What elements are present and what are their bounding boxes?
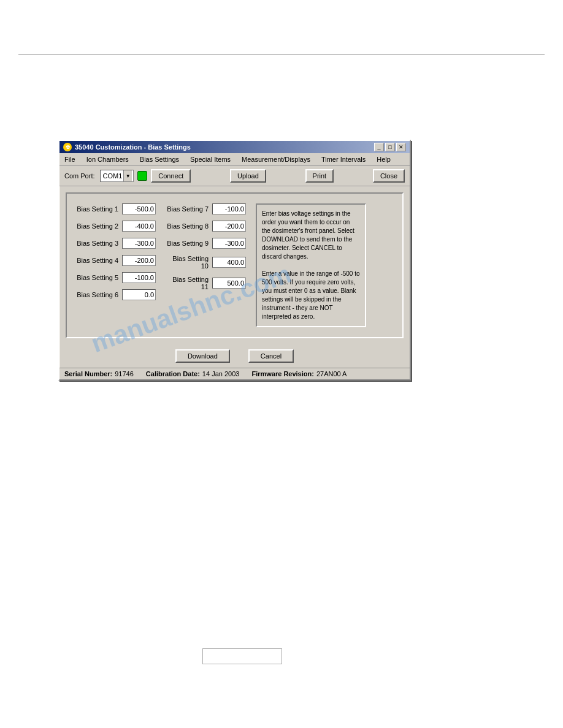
com-port-label: Com Port: (64, 172, 95, 180)
bias-label-11: Bias Setting 11 (166, 276, 209, 290)
bias-row-4: Bias Setting 4 (75, 255, 156, 266)
window-title: 35040 Customization - Bias Settings (75, 143, 191, 151)
bias-input-5[interactable] (122, 272, 156, 283)
bias-input-11[interactable] (212, 278, 246, 289)
bias-row-10: Bias Setting 10 (166, 255, 246, 270)
bias-row-8: Bias Setting 8 (166, 221, 246, 232)
bias-input-9[interactable] (212, 238, 246, 249)
menu-bar: File Ion Chambers Bias Settings Special … (59, 153, 410, 166)
bias-label-7: Bias Setting 7 (166, 205, 209, 213)
combo-arrow-icon[interactable]: ▼ (123, 170, 132, 181)
status-calibration: Calibration Date: 14 Jan 2003 (146, 370, 240, 377)
serial-label: Serial Number: (64, 370, 112, 377)
bias-col-right: Bias Setting 7 Bias Setting 8 Bias Setti… (166, 203, 246, 327)
bias-row-5: Bias Setting 5 (75, 272, 156, 283)
bias-col-left: Bias Setting 1 Bias Setting 2 Bias Setti… (75, 203, 156, 327)
minimize-button[interactable]: _ (374, 143, 384, 151)
bias-label-4: Bias Setting 4 (75, 257, 118, 264)
bias-row-2: Bias Setting 2 (75, 221, 156, 232)
bias-label-5: Bias Setting 5 (75, 274, 118, 281)
print-button[interactable]: Print (305, 169, 334, 183)
bias-row-9: Bias Setting 9 (166, 238, 246, 249)
upload-button[interactable]: Upload (230, 169, 266, 183)
connection-led (137, 171, 147, 181)
action-bar: Download Cancel (59, 344, 410, 368)
bias-input-3[interactable] (122, 238, 156, 249)
bias-row-3: Bias Setting 3 (75, 238, 156, 249)
top-rule (18, 54, 545, 55)
cancel-button[interactable]: Cancel (248, 349, 294, 363)
bias-label-1: Bias Setting 1 (75, 205, 118, 213)
bias-label-3: Bias Setting 3 (75, 240, 118, 247)
app-icon: ☢ (63, 143, 72, 151)
bias-label-10: Bias Setting 10 (166, 255, 209, 270)
menu-help[interactable]: Help (374, 154, 393, 164)
status-firmware: Firmware Revision: 27AN00 A (251, 370, 347, 377)
menu-timer-intervals[interactable]: Timer Intervals (319, 154, 368, 164)
bias-row-7: Bias Setting 7 (166, 203, 246, 214)
status-bar: Serial Number: 91746 Calibration Date: 1… (59, 368, 410, 379)
menu-ion-chambers[interactable]: Ion Chambers (84, 154, 131, 164)
calibration-label: Calibration Date: (146, 370, 200, 377)
title-bar-left: ☢ 35040 Customization - Bias Settings (63, 143, 191, 151)
maximize-button[interactable]: □ (385, 143, 395, 151)
info-text-2: Enter a value in the range of -500 to 50… (262, 270, 360, 321)
firmware-value: 27AN00 A (316, 370, 347, 377)
info-panel: Enter bias voltage settings in the order… (256, 203, 366, 327)
close-window-button[interactable]: ✕ (396, 143, 406, 151)
bias-row-6: Bias Setting 6 (75, 289, 156, 300)
toolbar: Com Port: COM1 ▼ Connect Upload Print Cl… (59, 166, 410, 186)
bias-label-2: Bias Setting 2 (75, 222, 118, 230)
connect-button[interactable]: Connect (151, 169, 191, 183)
close-button[interactable]: Close (373, 169, 405, 183)
status-serial: Serial Number: 91746 (64, 370, 134, 377)
bias-input-8[interactable] (212, 221, 246, 232)
info-text: Enter bias voltage settings in the order… (262, 210, 360, 261)
content-area: Bias Setting 1 Bias Setting 2 Bias Setti… (59, 186, 410, 344)
page-container: ☢ 35040 Customization - Bias Settings _ … (0, 0, 563, 728)
bias-label-6: Bias Setting 6 (75, 291, 118, 298)
serial-value: 91746 (115, 370, 134, 377)
download-button[interactable]: Download (175, 349, 230, 363)
calibration-value: 14 Jan 2003 (202, 370, 240, 377)
bias-input-7[interactable] (212, 203, 246, 214)
bias-input-1[interactable] (122, 203, 156, 214)
app-window: ☢ 35040 Customization - Bias Settings _ … (58, 140, 411, 381)
com-port-value: COM1 (102, 172, 124, 180)
bias-label-9: Bias Setting 9 (166, 240, 209, 247)
bias-input-10[interactable] (212, 257, 246, 268)
menu-measurement-displays[interactable]: Measurement/Displays (239, 154, 313, 164)
firmware-label: Firmware Revision: (251, 370, 313, 377)
bias-input-6[interactable] (122, 289, 156, 300)
bias-row-11: Bias Setting 11 (166, 276, 246, 290)
settings-panel: Bias Setting 1 Bias Setting 2 Bias Setti… (66, 192, 404, 338)
com-port-combo[interactable]: COM1 ▼ (100, 170, 134, 182)
title-bar: ☢ 35040 Customization - Bias Settings _ … (59, 141, 410, 153)
menu-bias-settings[interactable]: Bias Settings (137, 154, 182, 164)
menu-file[interactable]: File (62, 154, 78, 164)
settings-inner: Bias Setting 1 Bias Setting 2 Bias Setti… (73, 200, 396, 331)
menu-special-items[interactable]: Special Items (188, 154, 233, 164)
bias-label-8: Bias Setting 8 (166, 222, 209, 230)
bias-input-4[interactable] (122, 255, 156, 266)
bias-input-2[interactable] (122, 221, 156, 232)
title-bar-controls: _ □ ✕ (374, 143, 406, 151)
bottom-rect (202, 648, 282, 664)
bias-row-1: Bias Setting 1 (75, 203, 156, 214)
